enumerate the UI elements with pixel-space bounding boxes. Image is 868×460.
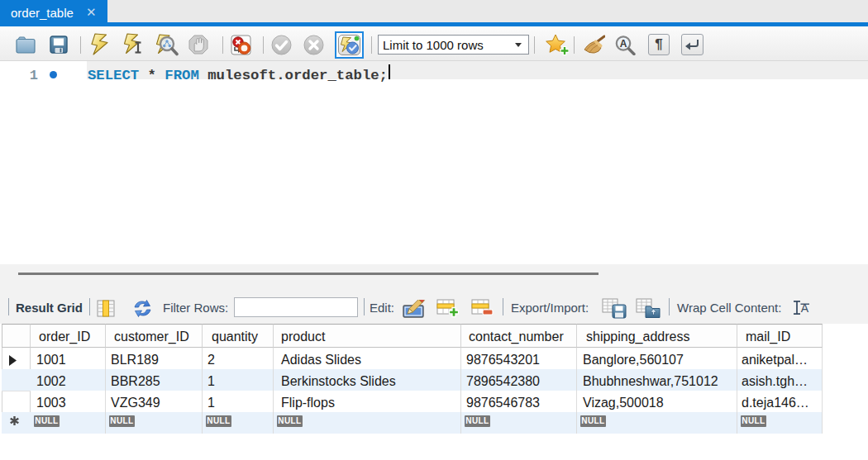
svg-text:A: A xyxy=(620,38,627,50)
svg-text:A: A xyxy=(801,301,809,315)
